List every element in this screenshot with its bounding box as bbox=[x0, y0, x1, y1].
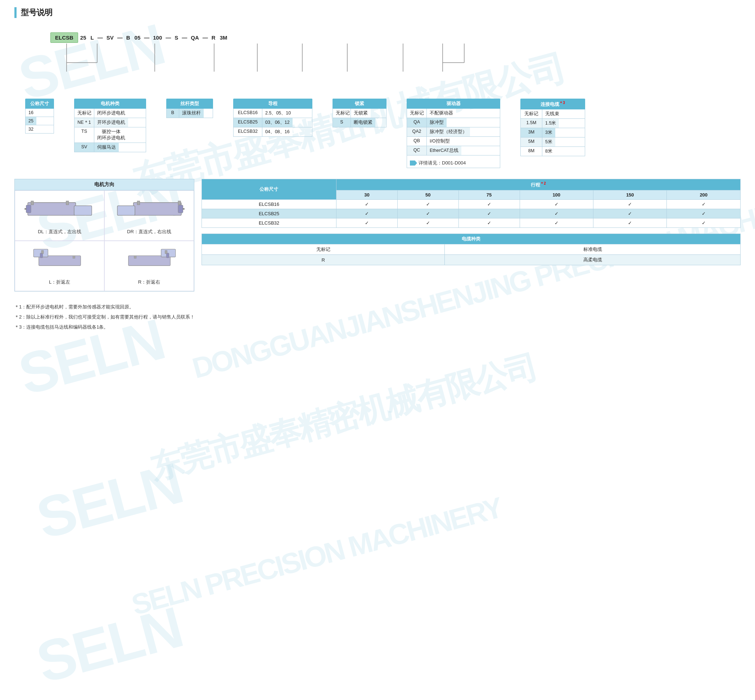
stroke-row-0: ELCSB16 ✓ ✓ ✓ ✓ ✓ ✓ bbox=[202, 200, 741, 209]
driver-desc-4: EtherCAT总线 bbox=[427, 146, 461, 155]
driver-code-2: QA2 bbox=[407, 127, 427, 136]
driver-ref-text: 详情请见：D001-D004 bbox=[419, 160, 466, 166]
cable-type-desc-0: 标准电缆 bbox=[445, 244, 741, 255]
svg-rect-16 bbox=[66, 201, 68, 205]
lead-code-0: ELCSB16 bbox=[234, 109, 263, 118]
stroke-check-2-3: ✓ bbox=[520, 219, 593, 228]
ref-arrow-icon bbox=[410, 161, 417, 166]
driver-row-0: 无标记 不配驱动器 bbox=[407, 109, 500, 118]
model-part-L: L bbox=[89, 33, 96, 42]
stroke-val-4: 150 bbox=[593, 191, 666, 200]
motor-img-L: L：折返左 bbox=[15, 241, 104, 291]
stroke-section: 公称尺寸 行程＊2 30 50 75 100 150 200 bbox=[202, 179, 741, 228]
driver-unit: 驱动器 无标记 不配驱动器 QA 脉冲型 QA2 脉冲型（经济型） QB I/O… bbox=[406, 98, 500, 168]
stroke-val-2: 75 bbox=[458, 191, 520, 200]
actuator-dr-svg bbox=[113, 196, 185, 225]
stroke-model-0: ELCSB16 bbox=[202, 200, 336, 209]
model-part-3M: 3M bbox=[218, 33, 230, 42]
stroke-check-0-3: ✓ bbox=[520, 200, 593, 209]
model-sep-2: — bbox=[116, 33, 124, 42]
lock-row-0: 无标记 无锁紧 bbox=[333, 109, 386, 118]
notes-section: ＊1：配开环步进电机时，需要外加传感器才能实现回原。 ＊2：除以上标准行程外，我… bbox=[14, 302, 741, 332]
cable-desc-1: 1.5米 bbox=[542, 119, 559, 128]
stroke-check-2-5: ✓ bbox=[667, 219, 741, 228]
nominal-row-2: 32 bbox=[25, 125, 54, 133]
cable-type-header: 电缆种类 bbox=[202, 234, 741, 244]
stroke-check-2-0: ✓ bbox=[336, 219, 397, 228]
screw-code-0: B bbox=[167, 109, 179, 118]
driver-row-3: QB I/O控制型 bbox=[407, 137, 500, 146]
nominal-row-1: 25 bbox=[25, 117, 54, 125]
motor-images-grid: DL：直连式，左出线 DR：直连式，右出线 bbox=[15, 191, 194, 291]
svg-rect-31 bbox=[166, 253, 169, 258]
nominal-val-1: 25 bbox=[25, 117, 36, 125]
driver-code-0: 无标记 bbox=[407, 109, 427, 118]
driver-desc-0: 不配驱动器 bbox=[427, 109, 456, 118]
motor-code-3: SV bbox=[75, 143, 94, 152]
stroke-check-1-2: ✓ bbox=[458, 209, 520, 219]
svg-rect-27 bbox=[41, 250, 44, 254]
motor-direction-block: 电机方向 DL：直连式，左出线 bbox=[14, 179, 194, 292]
motor-code-2: TS bbox=[75, 127, 94, 142]
stroke-check-2-2: ✓ bbox=[458, 219, 520, 228]
model-sep-1: — bbox=[96, 33, 104, 42]
note-1: ＊2：除以上标准行程外，我们也可接受定制，如有需要其他行程，请与销售人员联系！ bbox=[14, 312, 741, 322]
motor-caption-L: L：折返左 bbox=[49, 279, 70, 285]
driver-row-1: QA 脉冲型 bbox=[407, 118, 500, 127]
svg-rect-28 bbox=[73, 256, 75, 258]
cable-type-code-1: R bbox=[202, 255, 445, 265]
model-sep-5: — bbox=[180, 33, 189, 42]
svg-rect-21 bbox=[137, 201, 140, 205]
motor-code-1: NE＊1 bbox=[75, 118, 94, 127]
motor-img-DL: DL：直连式，左出线 bbox=[15, 191, 104, 241]
stroke-check-1-4: ✓ bbox=[593, 209, 666, 219]
lock-desc-0: 无锁紧 bbox=[351, 109, 370, 118]
driver-desc-2: 脉冲型（经济型） bbox=[427, 127, 470, 136]
actuator-dl-svg bbox=[24, 196, 96, 225]
stroke-check-0-5: ✓ bbox=[667, 200, 741, 209]
stroke-check-1-3: ✓ bbox=[520, 209, 593, 219]
motor-desc-1: 开环步进电机 bbox=[94, 118, 128, 127]
cable-type-table: 电缆种类 无标记 标准电缆 R 高柔电缆 bbox=[202, 234, 741, 265]
svg-rect-15 bbox=[31, 201, 33, 205]
cable-code-0: 无标记 bbox=[521, 109, 542, 119]
model-part-elcsb: ELCSB bbox=[50, 33, 78, 43]
cable-type-row-0: 无标记 标准电缆 bbox=[202, 244, 741, 255]
stroke-model-2: ELCSB32 bbox=[202, 219, 336, 228]
screw-desc-0: 滚珠丝杆 bbox=[179, 109, 204, 118]
model-string: ELCSB 25 L — SV — B 05 — 100 — S — QA — … bbox=[36, 33, 719, 43]
stroke-check-2-4: ✓ bbox=[593, 219, 666, 228]
stroke-row-2: ELCSB32 ✓ ✓ ✓ ✓ ✓ ✓ bbox=[202, 219, 741, 228]
cable-type-row-1: R 高柔电缆 bbox=[202, 255, 741, 265]
note-2: ＊3：连接电缆包括马达线和编码器线各1条。 bbox=[14, 322, 741, 332]
cable-code-2: 3M bbox=[521, 128, 542, 137]
cable-code-3: 5M bbox=[521, 138, 542, 147]
motor-desc-0: 闭环步进电机 bbox=[94, 109, 128, 118]
driver-desc-3: I/O控制型 bbox=[427, 137, 453, 146]
actuator-r-svg bbox=[113, 247, 185, 275]
cable-desc-2: 3米 bbox=[542, 128, 555, 137]
connector-lines bbox=[36, 43, 755, 100]
lock-row-1: S 断电锁紧 bbox=[333, 118, 386, 127]
svg-rect-20 bbox=[117, 206, 135, 216]
motor-caption-DL: DL：直连式，左出线 bbox=[38, 228, 81, 235]
stroke-val-0: 30 bbox=[336, 191, 397, 200]
categories-grid: 公称尺寸 16 25 32 电机种类 无标记 闭环步进电机 bbox=[14, 98, 741, 168]
stroke-col2-header: 行程＊2 bbox=[336, 179, 740, 191]
svg-rect-18 bbox=[133, 203, 181, 216]
stroke-col1-header: 公称尺寸 bbox=[202, 179, 336, 200]
cable-type-desc-1: 高柔电缆 bbox=[445, 255, 741, 265]
lock-desc-1: 断电锁紧 bbox=[351, 118, 375, 127]
cable-code-4: 8M bbox=[521, 147, 542, 156]
driver-code-4: QC bbox=[407, 146, 427, 155]
lead-code-2: ELCSB32 bbox=[234, 127, 263, 136]
model-diagram: ELCSB 25 L — SV — B 05 — 100 — S — QA — … bbox=[14, 29, 741, 100]
stroke-check-2-1: ✓ bbox=[397, 219, 458, 228]
motor-row-3: SV 伺服马达 bbox=[75, 143, 146, 152]
cable-row-0: 无标记 无线束 bbox=[521, 109, 585, 119]
lead-desc-1: 03、06、12 bbox=[263, 118, 292, 127]
svg-rect-22 bbox=[178, 201, 181, 205]
nominal-size-body: 16 25 32 bbox=[25, 109, 54, 133]
model-sep-3: — bbox=[142, 33, 151, 42]
stroke-check-1-5: ✓ bbox=[667, 209, 741, 219]
